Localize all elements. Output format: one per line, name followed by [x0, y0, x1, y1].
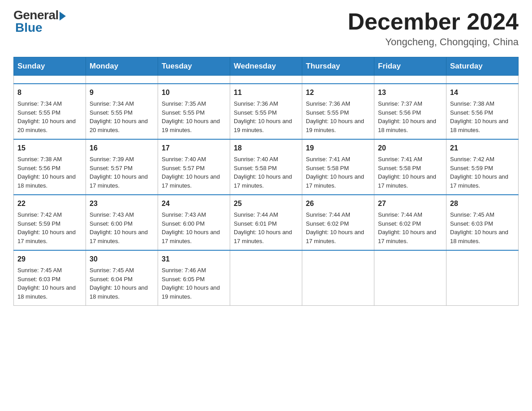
day-number: 19: [306, 143, 370, 154]
header-cell-sunday: Sunday: [14, 57, 86, 76]
sunset-text: Sunset: 6:00 PM: [162, 219, 226, 228]
header-cell-thursday: Thursday: [302, 57, 374, 76]
daylight-text: Daylight: 10 hours and 17 minutes.: [162, 172, 226, 190]
calendar-cell: 12Sunrise: 7:36 AMSunset: 5:55 PMDayligh…: [302, 84, 374, 139]
sunrise-text: Sunrise: 7:41 AM: [306, 155, 370, 164]
day-number: 10: [162, 87, 226, 98]
day-number: 20: [378, 143, 442, 154]
daylight-text: Daylight: 10 hours and 20 minutes.: [90, 117, 154, 134]
sunset-text: Sunset: 6:00 PM: [90, 219, 154, 228]
sunset-text: Sunset: 6:02 PM: [306, 219, 370, 228]
day-number: 24: [162, 198, 226, 209]
calendar-cell: 24Sunrise: 7:43 AMSunset: 6:00 PMDayligh…: [158, 195, 230, 250]
sunrise-text: Sunrise: 7:45 AM: [17, 266, 82, 275]
day-number: 30: [90, 254, 154, 265]
calendar-cell: 22Sunrise: 7:42 AMSunset: 5:59 PMDayligh…: [14, 195, 86, 250]
day-number: 21: [450, 143, 515, 154]
calendar-cell: [446, 250, 519, 306]
day-number: 12: [306, 87, 370, 98]
daylight-text: Daylight: 10 hours and 17 minutes.: [378, 228, 442, 245]
location: Yongcheng, Chongqing, China: [348, 36, 519, 48]
title-area: December 2024 Yongcheng, Chongqing, Chin…: [348, 9, 519, 48]
sunrise-text: Sunrise: 7:44 AM: [378, 210, 442, 219]
sunset-text: Sunset: 5:55 PM: [306, 108, 370, 117]
sunrise-text: Sunrise: 7:42 AM: [450, 155, 515, 164]
daylight-text: Daylight: 10 hours and 20 minutes.: [17, 117, 82, 134]
header-cell-monday: Monday: [86, 57, 158, 76]
sunset-text: Sunset: 5:56 PM: [450, 108, 515, 117]
day-number: 18: [234, 143, 298, 154]
calendar-cell: 21Sunrise: 7:42 AMSunset: 5:59 PMDayligh…: [446, 139, 519, 195]
calendar-cell: 29Sunrise: 7:45 AMSunset: 6:03 PMDayligh…: [14, 250, 86, 306]
sunset-text: Sunset: 6:03 PM: [450, 219, 515, 228]
day-number: 14: [450, 87, 515, 98]
sunrise-text: Sunrise: 7:39 AM: [90, 155, 154, 164]
calendar-cell: 17Sunrise: 7:40 AMSunset: 5:57 PMDayligh…: [158, 139, 230, 195]
calendar-cell: [374, 76, 446, 84]
sunrise-text: Sunrise: 7:45 AM: [450, 210, 515, 219]
daylight-text: Daylight: 10 hours and 17 minutes.: [234, 172, 298, 190]
day-number: 16: [90, 143, 154, 154]
day-number: 15: [17, 143, 82, 154]
sunset-text: Sunset: 5:57 PM: [90, 164, 154, 173]
calendar-week-row: 29Sunrise: 7:45 AMSunset: 6:03 PMDayligh…: [14, 250, 519, 306]
sunset-text: Sunset: 5:56 PM: [378, 108, 442, 117]
calendar-week-row: 22Sunrise: 7:42 AMSunset: 5:59 PMDayligh…: [14, 195, 519, 250]
daylight-text: Daylight: 10 hours and 17 minutes.: [378, 172, 442, 190]
calendar-cell: 8Sunrise: 7:34 AMSunset: 5:55 PMDaylight…: [14, 84, 86, 139]
calendar-cell: [302, 250, 374, 306]
calendar-cell: 10Sunrise: 7:35 AMSunset: 5:55 PMDayligh…: [158, 84, 230, 139]
sunrise-text: Sunrise: 7:44 AM: [234, 210, 298, 219]
sunset-text: Sunset: 6:03 PM: [17, 275, 82, 284]
sunset-text: Sunset: 6:04 PM: [90, 275, 154, 284]
sunrise-text: Sunrise: 7:34 AM: [17, 99, 82, 108]
sunrise-text: Sunrise: 7:43 AM: [162, 210, 226, 219]
sunrise-text: Sunrise: 7:45 AM: [90, 266, 154, 275]
sunset-text: Sunset: 5:58 PM: [234, 164, 298, 173]
day-number: 23: [90, 198, 154, 209]
calendar-cell: 19Sunrise: 7:41 AMSunset: 5:58 PMDayligh…: [302, 139, 374, 195]
sunrise-text: Sunrise: 7:46 AM: [162, 266, 226, 275]
calendar-cell: 9Sunrise: 7:34 AMSunset: 5:55 PMDaylight…: [86, 84, 158, 139]
sunrise-text: Sunrise: 7:37 AM: [378, 99, 442, 108]
sunrise-text: Sunrise: 7:34 AM: [90, 99, 154, 108]
calendar-cell: 25Sunrise: 7:44 AMSunset: 6:01 PMDayligh…: [230, 195, 302, 250]
sunrise-text: Sunrise: 7:42 AM: [17, 210, 82, 219]
day-number: 29: [17, 254, 82, 265]
sunset-text: Sunset: 6:01 PM: [234, 219, 298, 228]
sunrise-text: Sunrise: 7:36 AM: [306, 99, 370, 108]
daylight-text: Daylight: 10 hours and 17 minutes.: [306, 228, 370, 245]
sunset-text: Sunset: 5:56 PM: [17, 164, 82, 173]
daylight-text: Daylight: 10 hours and 17 minutes.: [90, 228, 154, 245]
daylight-text: Daylight: 10 hours and 17 minutes.: [234, 228, 298, 245]
sunset-text: Sunset: 5:58 PM: [306, 164, 370, 173]
logo-general-text: General: [13, 9, 59, 21]
day-number: 27: [378, 198, 442, 209]
calendar-cell: 30Sunrise: 7:45 AMSunset: 6:04 PMDayligh…: [86, 250, 158, 306]
sunrise-text: Sunrise: 7:40 AM: [234, 155, 298, 164]
calendar-cell: 28Sunrise: 7:45 AMSunset: 6:03 PMDayligh…: [446, 195, 519, 250]
sunrise-text: Sunrise: 7:36 AM: [234, 99, 298, 108]
sunrise-text: Sunrise: 7:38 AM: [17, 155, 82, 164]
calendar-cell: [14, 76, 86, 84]
daylight-text: Daylight: 10 hours and 17 minutes.: [450, 172, 515, 190]
daylight-text: Daylight: 10 hours and 17 minutes.: [90, 172, 154, 190]
sunset-text: Sunset: 5:57 PM: [162, 164, 226, 173]
daylight-text: Daylight: 10 hours and 19 minutes.: [162, 117, 226, 134]
daylight-text: Daylight: 10 hours and 19 minutes.: [306, 117, 370, 134]
calendar-cell: 14Sunrise: 7:38 AMSunset: 5:56 PMDayligh…: [446, 84, 519, 139]
calendar-cell: [230, 250, 302, 306]
calendar-header-row: SundayMondayTuesdayWednesdayThursdayFrid…: [14, 57, 519, 76]
day-number: 25: [234, 198, 298, 209]
logo-arrow-icon: [60, 12, 66, 21]
sunset-text: Sunset: 5:55 PM: [234, 108, 298, 117]
calendar-cell: 31Sunrise: 7:46 AMSunset: 6:05 PMDayligh…: [158, 250, 230, 306]
daylight-text: Daylight: 10 hours and 18 minutes.: [450, 228, 515, 245]
calendar-cell: 26Sunrise: 7:44 AMSunset: 6:02 PMDayligh…: [302, 195, 374, 250]
daylight-text: Daylight: 10 hours and 19 minutes.: [234, 117, 298, 134]
daylight-text: Daylight: 10 hours and 18 minutes.: [450, 117, 515, 134]
sunrise-text: Sunrise: 7:40 AM: [162, 155, 226, 164]
daylight-text: Daylight: 10 hours and 19 minutes.: [162, 283, 226, 301]
sunrise-text: Sunrise: 7:38 AM: [450, 99, 515, 108]
daylight-text: Daylight: 10 hours and 18 minutes.: [378, 117, 442, 134]
